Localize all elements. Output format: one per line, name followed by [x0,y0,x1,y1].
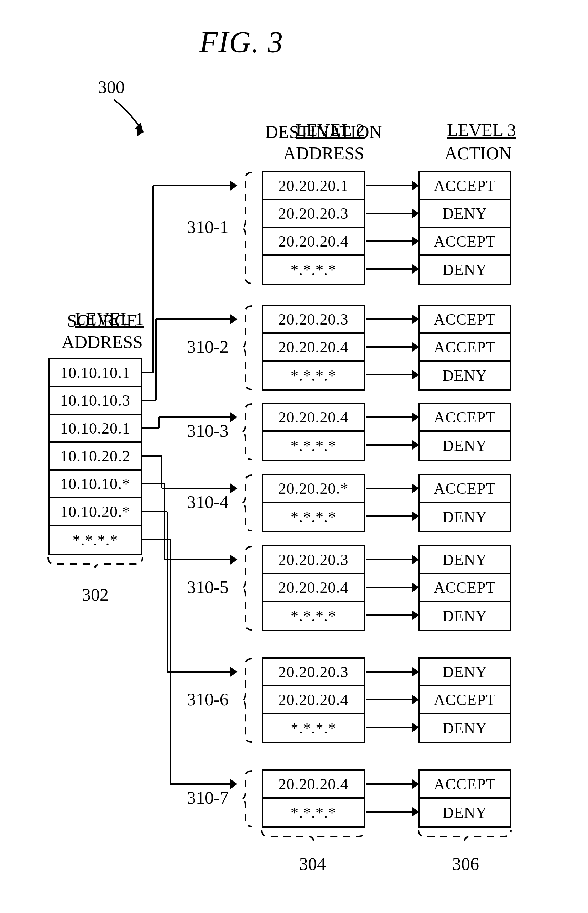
group-ref: 310-6 [187,689,229,709]
figure-title: FIG. 3 [199,25,283,60]
action-table: ACCEPTDENY [418,474,511,532]
group-ref: 310-3 [187,420,229,441]
dest-row: *.*.*.* [263,256,363,284]
level2-subheader: DESTINATION ADDRESS [265,121,382,164]
source-row: 10.10.10.* [50,470,141,498]
source-row: *.*.*.* [50,526,141,554]
action-row: ACCEPT [420,334,510,362]
action-row: DENY [420,659,510,687]
level1-subheader: SOURCE ADDRESS [61,310,143,353]
dest-row: 20.20.20.4 [263,771,363,799]
action-row: DENY [420,602,510,630]
level3-header: LEVEL 3 [438,98,516,141]
dest-row: *.*.*.* [263,714,363,742]
group-ref: 310-1 [187,217,229,237]
dest-row: 20.20.20.4 [263,404,363,432]
action-table: ACCEPTACCEPTDENY [418,305,511,391]
action-row: DENY [420,256,510,284]
action-row: DENY [420,714,510,742]
level3-subheader: ACTION [444,142,512,164]
group-ref: 310-5 [187,577,229,597]
dest-row: *.*.*.* [263,799,363,826]
action-table: DENYACCEPTDENY [418,545,511,631]
source-address-table: 10.10.10.110.10.10.310.10.20.110.10.20.2… [48,358,142,555]
dest-row: 20.20.20.4 [263,334,363,362]
action-row: DENY [420,432,510,459]
ref-304: 304 [299,853,326,874]
group-ref: 310-4 [187,491,229,512]
action-row: ACCEPT [420,574,510,602]
action-row: ACCEPT [420,475,510,503]
action-row: DENY [420,799,510,826]
source-row: 10.10.20.* [50,498,141,526]
dest-row: 20.20.20.4 [263,687,363,714]
dest-row: 20.20.20.3 [263,200,363,228]
action-row: ACCEPT [420,404,510,432]
dest-row: 20.20.20.3 [263,546,363,574]
dest-table: 20.20.20.120.20.20.320.20.20.4*.*.*.* [262,171,365,285]
source-row: 10.10.20.1 [50,415,141,443]
action-row: ACCEPT [420,173,510,200]
dest-table: 20.20.20.**.*.*.* [262,474,365,532]
dest-row: 20.20.20.3 [263,306,363,334]
action-row: DENY [420,546,510,574]
action-row: DENY [420,503,510,531]
dest-table: 20.20.20.320.20.20.4*.*.*.* [262,305,365,391]
action-table: ACCEPTDENYACCEPTDENY [418,171,511,285]
dest-table: 20.20.20.320.20.20.4*.*.*.* [262,545,365,631]
ref-306: 306 [452,853,479,874]
dest-table: 20.20.20.4*.*.*.* [262,769,365,828]
action-row: DENY [420,362,510,389]
action-row: DENY [420,200,510,228]
dest-row: *.*.*.* [263,362,363,389]
dest-row: 20.20.20.4 [263,228,363,256]
dest-table: 20.20.20.320.20.20.4*.*.*.* [262,657,365,743]
action-table: ACCEPTDENY [418,402,511,461]
dest-row: 20.20.20.1 [263,173,363,200]
source-row: 10.10.10.3 [50,387,141,415]
dest-row: 20.20.20.4 [263,574,363,602]
dest-row: *.*.*.* [263,602,363,630]
source-row: 10.10.20.2 [50,443,141,470]
dest-row: *.*.*.* [263,503,363,531]
dest-table: 20.20.20.4*.*.*.* [262,402,365,461]
source-row: 10.10.10.1 [50,359,141,387]
ref-300: 300 [98,77,124,97]
action-table: ACCEPTDENY [418,769,511,828]
group-ref: 310-7 [187,787,229,808]
group-ref: 310-2 [187,336,229,357]
dest-row: *.*.*.* [263,432,363,459]
action-row: ACCEPT [420,228,510,256]
dest-row: 20.20.20.3 [263,659,363,687]
action-row: ACCEPT [420,687,510,714]
action-row: ACCEPT [420,771,510,799]
dest-row: 20.20.20.* [263,475,363,503]
ref-302: 302 [82,584,108,605]
action-table: DENYACCEPTDENY [418,657,511,743]
action-row: ACCEPT [420,306,510,334]
